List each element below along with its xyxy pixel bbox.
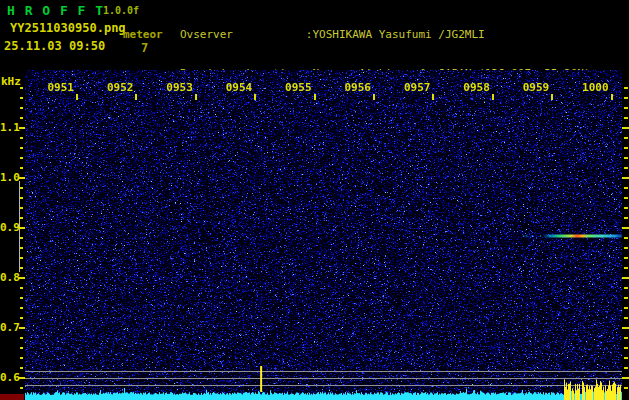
freq-minor-tick-left xyxy=(20,247,23,249)
time-tick xyxy=(76,94,78,100)
time-label: 0956 xyxy=(325,81,371,94)
freq-major-tick-right xyxy=(622,127,629,129)
freq-minor-tick-right xyxy=(624,157,628,159)
time-label: 0951 xyxy=(28,81,74,94)
freq-minor-tick-left xyxy=(20,157,23,159)
freq-minor-tick-left xyxy=(20,207,23,209)
freq-minor-tick-right xyxy=(624,217,628,219)
freq-major-tick-left xyxy=(19,277,25,279)
freq-major-tick-left xyxy=(19,327,25,329)
freq-minor-tick-left xyxy=(20,237,23,239)
freq-minor-tick-left xyxy=(20,367,23,369)
freq-minor-tick-right xyxy=(624,137,628,139)
freq-minor-tick-left xyxy=(20,197,23,199)
meteor-count: 7 xyxy=(141,41,148,55)
time-tick xyxy=(373,94,375,100)
output-filename: YY2511030950.png xyxy=(10,21,126,35)
time-label: 0952 xyxy=(87,81,133,94)
freq-minor-tick-left xyxy=(20,337,23,339)
freq-minor-tick-right xyxy=(624,367,628,369)
freq-major-tick-left xyxy=(19,177,25,179)
time-tick xyxy=(492,94,494,100)
freq-axis-label: 1.0 xyxy=(0,171,18,184)
freq-minor-tick-left xyxy=(20,297,23,299)
freq-major-tick-right xyxy=(622,177,629,179)
freq-axis-label: 0.9 xyxy=(0,221,18,234)
station-line-observer: Ovserver :YOSHIKAWA Yasufumi /JG2MLI xyxy=(180,28,591,41)
freq-minor-tick-right xyxy=(624,297,628,299)
freq-major-tick-right xyxy=(622,327,629,329)
freq-minor-tick-right xyxy=(624,117,628,119)
freq-minor-tick-left xyxy=(20,107,23,109)
freq-minor-tick-right xyxy=(624,167,628,169)
freq-axis-label: 0.8 xyxy=(0,271,18,284)
observation-mode-label: meteor xyxy=(123,28,163,41)
time-tick xyxy=(254,94,256,100)
freq-minor-tick-left xyxy=(20,217,23,219)
time-tick xyxy=(314,94,316,100)
spectrogram-canvas xyxy=(25,70,622,400)
freq-minor-tick-left xyxy=(20,117,23,119)
freq-minor-tick-left xyxy=(20,347,23,349)
freq-minor-tick-right xyxy=(624,357,628,359)
freq-minor-tick-right xyxy=(624,337,628,339)
time-label: 1000 xyxy=(563,81,609,94)
freq-minor-tick-right xyxy=(624,197,628,199)
freq-minor-tick-right xyxy=(624,97,628,99)
freq-minor-tick-left xyxy=(20,187,23,189)
freq-minor-tick-right xyxy=(624,107,628,109)
freq-minor-tick-right xyxy=(624,187,628,189)
freq-minor-tick-right xyxy=(624,347,628,349)
freq-minor-tick-right xyxy=(624,287,628,289)
freq-minor-tick-right xyxy=(624,207,628,209)
level-scale-bar xyxy=(0,394,24,400)
freq-minor-tick-left xyxy=(20,267,23,269)
freq-major-tick-left xyxy=(19,377,25,379)
app-version: 1.0.0f xyxy=(103,5,139,16)
time-label: 0954 xyxy=(206,81,252,94)
freq-minor-tick-right xyxy=(624,307,628,309)
observation-datetime: 25.11.03 09:50 xyxy=(4,39,105,53)
freq-minor-tick-left xyxy=(20,317,23,319)
freq-minor-tick-right xyxy=(624,147,628,149)
time-tick xyxy=(135,94,137,100)
freq-minor-tick-right xyxy=(624,257,628,259)
freq-minor-tick-left xyxy=(20,387,23,389)
hrofft-screen: H R O F F T 1.0.0f YY2511030950.png mete… xyxy=(0,0,629,400)
freq-major-tick-left xyxy=(19,227,25,229)
freq-axis-label: 0.7 xyxy=(0,321,18,334)
freq-major-tick-left xyxy=(19,127,25,129)
time-tick xyxy=(432,94,434,100)
freq-minor-tick-right xyxy=(624,247,628,249)
freq-minor-tick-right xyxy=(624,317,628,319)
freq-minor-tick-left xyxy=(20,287,23,289)
freq-major-tick-right xyxy=(622,277,629,279)
freq-minor-tick-right xyxy=(624,387,628,389)
freq-axis-unit-label: kHz xyxy=(1,75,21,88)
freq-axis-label: 1.1 xyxy=(0,121,18,134)
time-label: 0955 xyxy=(266,81,312,94)
freq-major-tick-right xyxy=(622,227,629,229)
freq-minor-tick-right xyxy=(624,267,628,269)
freq-minor-tick-left xyxy=(20,357,23,359)
freq-minor-tick-right xyxy=(624,87,628,89)
freq-minor-tick-left xyxy=(20,137,23,139)
time-label: 0957 xyxy=(384,81,430,94)
time-tick xyxy=(611,94,613,100)
freq-minor-tick-left xyxy=(20,97,23,99)
freq-minor-tick-right xyxy=(624,237,628,239)
time-label: 0959 xyxy=(503,81,549,94)
freq-minor-tick-left xyxy=(20,257,23,259)
time-tick xyxy=(195,94,197,100)
app-title: H R O F F T xyxy=(7,3,104,18)
time-label: 0958 xyxy=(444,81,490,94)
freq-major-tick-right xyxy=(622,377,629,379)
time-label: 0953 xyxy=(147,81,193,94)
freq-minor-tick-left xyxy=(20,87,23,89)
freq-minor-tick-left xyxy=(20,147,23,149)
freq-minor-tick-left xyxy=(20,167,23,169)
freq-axis-label: 0.6 xyxy=(0,371,18,384)
freq-minor-tick-left xyxy=(20,307,23,309)
time-tick xyxy=(551,94,553,100)
